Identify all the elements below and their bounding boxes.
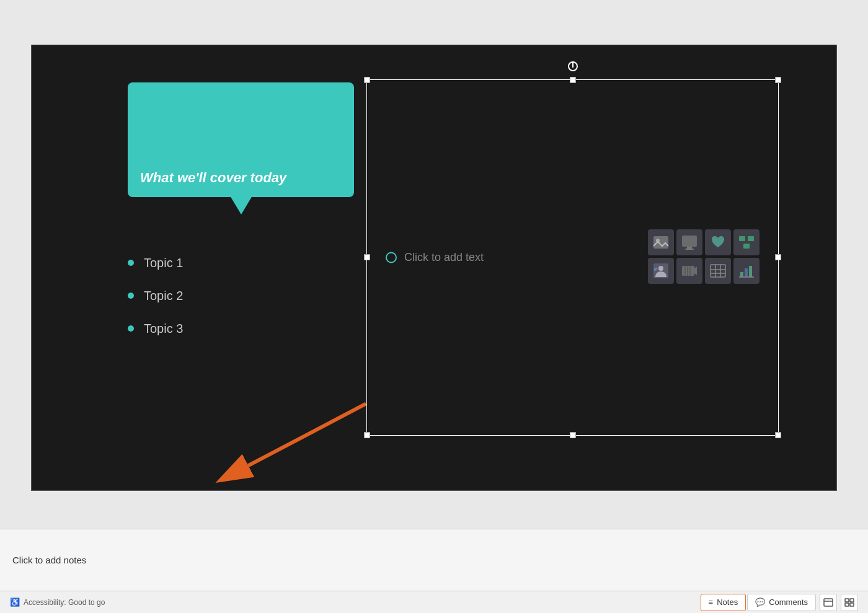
nature-icon[interactable]: [705, 229, 731, 255]
notes-tab-icon: ≡: [709, 598, 714, 607]
notes-panel[interactable]: Click to add notes: [0, 529, 868, 591]
notes-placeholder-text: Click to add notes: [12, 555, 86, 565]
svg-rect-15: [711, 265, 725, 277]
topic-list: Topic 1 Topic 2 Topic 3: [128, 256, 183, 355]
speech-bubble-text: What we'll cover today: [140, 169, 286, 187]
svg-rect-29: [850, 599, 854, 602]
svg-rect-4: [685, 249, 694, 250]
svg-rect-26: [824, 599, 833, 606]
svg-rect-5: [739, 236, 745, 241]
bullet-icon: [128, 325, 134, 332]
bottom-bar: ♿ Accessibility: Good to go ≡ Notes 💬 Co…: [0, 591, 868, 613]
svg-rect-0: [653, 236, 668, 249]
resize-handle-ml[interactable]: [364, 254, 370, 260]
resize-handle-mr[interactable]: [775, 254, 781, 260]
screen-icon[interactable]: [676, 229, 702, 255]
resize-handle-bm[interactable]: [570, 432, 576, 438]
resize-handle-tr[interactable]: [775, 77, 781, 83]
notes-content-area[interactable]: Click to add notes: [0, 529, 868, 591]
svg-rect-30: [845, 603, 849, 606]
resize-handle-tl[interactable]: [364, 77, 370, 83]
accessibility-label: Accessibility: Good to go: [24, 598, 105, 607]
view-normal-button[interactable]: [820, 594, 837, 611]
comments-tab-button[interactable]: 💬 Comments: [747, 594, 816, 611]
speech-bubble[interactable]: What we'll cover today: [128, 82, 354, 197]
content-placeholder-text: Click to add text: [404, 251, 484, 264]
svg-rect-22: [749, 266, 752, 277]
resize-handle-bl[interactable]: [364, 432, 370, 438]
bullet-icon: [128, 260, 134, 266]
svg-rect-6: [748, 236, 754, 241]
insert-icons-grid: P: [648, 229, 760, 284]
svg-rect-7: [743, 244, 750, 249]
comments-tab-label: Comments: [769, 598, 808, 607]
video-icon[interactable]: [676, 258, 702, 284]
topic-label: Topic 1: [144, 256, 183, 270]
svg-rect-11: [682, 266, 694, 276]
table-icon[interactable]: [705, 258, 731, 284]
smartart-icon[interactable]: [733, 229, 760, 255]
bottom-right-controls: ≡ Notes 💬 Comments: [701, 594, 858, 611]
svg-point-9: [658, 266, 663, 271]
svg-line-25: [248, 404, 366, 465]
slide[interactable]: What we'll cover today Topic 1 Topic 2 T…: [31, 45, 837, 491]
svg-rect-3: [687, 247, 692, 249]
bullet-icon: [128, 293, 134, 299]
slide-container: What we'll cover today Topic 1 Topic 2 T…: [0, 0, 868, 529]
svg-rect-2: [682, 236, 697, 247]
list-item[interactable]: Topic 2: [128, 289, 183, 303]
resize-handle-tm[interactable]: [570, 77, 576, 83]
topic-label: Topic 3: [144, 322, 183, 336]
accessibility-status: ♿ Accessibility: Good to go: [10, 598, 105, 607]
rotate-handle[interactable]: [568, 61, 578, 71]
view-grid-button[interactable]: [841, 594, 858, 611]
svg-rect-20: [740, 272, 743, 277]
notes-tab-button[interactable]: ≡ Notes: [701, 594, 746, 611]
add-text-row[interactable]: Click to add text: [386, 251, 484, 264]
topic-label: Topic 2: [144, 289, 183, 303]
list-item[interactable]: Topic 3: [128, 322, 183, 336]
svg-rect-28: [845, 599, 849, 602]
notes-tab-label: Notes: [717, 598, 738, 607]
svg-text:P: P: [654, 267, 657, 271]
chart-icon[interactable]: [733, 258, 760, 284]
accessibility-icon: ♿: [10, 598, 20, 607]
content-placeholder-box[interactable]: Click to add text: [366, 79, 779, 436]
svg-rect-21: [745, 268, 748, 277]
comments-tab-icon: 💬: [755, 598, 765, 607]
bullet-circle-icon: [386, 252, 397, 263]
profile-icon[interactable]: P: [648, 258, 674, 284]
picture-icon[interactable]: [648, 229, 674, 255]
svg-rect-31: [850, 603, 854, 606]
resize-handle-br[interactable]: [775, 432, 781, 438]
list-item[interactable]: Topic 1: [128, 256, 183, 270]
